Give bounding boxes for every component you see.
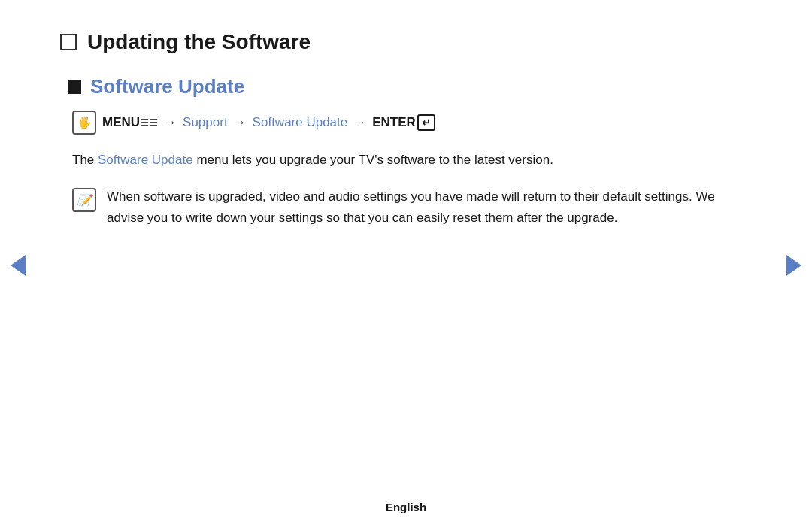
nav-arrow-right[interactable] <box>786 255 801 276</box>
description-link: Software Update <box>98 153 193 167</box>
menu-remote-icon: 🖐 <box>72 111 96 135</box>
description-before: The <box>72 153 98 167</box>
title-checkbox-icon <box>60 34 77 50</box>
page-container: Updating the Software Software Update 🖐 … <box>0 0 812 530</box>
description: The Software Update menu lets you upgrad… <box>72 150 726 170</box>
menu-path: 🖐 MENU☰☰ → Support → Software Update → E… <box>72 111 752 135</box>
enter-label: ENTER↵ <box>372 114 435 131</box>
section-bullet-icon <box>68 80 81 94</box>
arrow-1: → <box>164 115 177 130</box>
note-icon: 📝 <box>72 188 96 212</box>
enter-icon: ↵ <box>417 114 435 131</box>
menu-label: MENU☰☰ <box>102 115 158 130</box>
support-link: Support <box>183 115 228 130</box>
section-header: Software Update <box>68 75 752 98</box>
main-title-text: Updating the Software <box>87 30 311 54</box>
main-title: Updating the Software <box>60 30 752 54</box>
footer-language: English <box>0 501 812 513</box>
arrow-3: → <box>353 115 366 130</box>
note-box: 📝 When software is upgraded, video and a… <box>72 186 726 229</box>
nav-arrow-left[interactable] <box>11 255 26 276</box>
software-update-link: Software Update <box>253 115 348 130</box>
arrow-2: → <box>234 115 247 130</box>
section: Software Update 🖐 MENU☰☰ → Support → Sof… <box>68 75 752 229</box>
section-title: Software Update <box>90 75 244 98</box>
note-text: When software is upgraded, video and aud… <box>107 186 726 229</box>
description-after: menu lets you upgrade your TV's software… <box>193 153 553 167</box>
